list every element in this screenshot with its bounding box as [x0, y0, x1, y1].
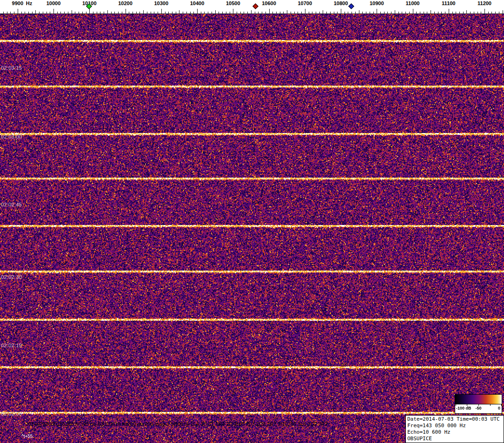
ruler-tick: [183, 12, 183, 13]
ruler-tick: [172, 12, 172, 13]
ruler-tick: [441, 12, 442, 13]
ruler-tick: [445, 12, 445, 13]
ruler-tick: [3, 12, 4, 13]
frequency-tick-label: 11000: [406, 0, 420, 6]
ruler-tick: [316, 12, 316, 13]
ruler-tick: [269, 9, 270, 13]
ruler-tick: [219, 12, 219, 13]
ruler-tick: [35, 10, 36, 13]
scale-label-row: -100 dB -50 0: [455, 404, 502, 413]
ruler-tick: [348, 12, 348, 13]
ruler-tick: [104, 12, 104, 13]
ruler-tick: [46, 12, 47, 13]
ruler-tick: [456, 12, 456, 13]
scale-mid-label: -50: [475, 406, 481, 410]
ruler-tick: [53, 9, 54, 13]
frequency-tick-label: 10700: [298, 0, 312, 6]
ruler-tick: [377, 9, 377, 13]
ruler-tick: [463, 12, 464, 13]
ruler-tick: [57, 12, 58, 13]
ruler-tick: [294, 12, 295, 13]
ruler-tick: [168, 12, 169, 13]
ruler-tick: [459, 12, 460, 13]
ruler-tick: [409, 12, 410, 13]
ruler-tick: [143, 10, 144, 13]
ruler-tick: [197, 9, 198, 13]
ruler-tick: [470, 12, 471, 13]
ruler-tick: [68, 12, 68, 13]
frequency-tick-label: 10200: [118, 0, 133, 6]
ruler-tick: [484, 9, 485, 13]
colormap-gradient-bar: [455, 395, 502, 404]
ruler-tick: [111, 12, 112, 13]
ruler-tick: [370, 12, 370, 13]
freq-marker-red[interactable]: [252, 3, 259, 9]
ruler-tick: [176, 12, 176, 13]
ruler-tick: [107, 10, 108, 13]
ruler-tick: [133, 12, 133, 13]
scale-tick: [467, 404, 467, 406]
ruler-tick: [21, 12, 22, 13]
ruler-tick: [337, 12, 338, 13]
ruler-tick: [255, 12, 255, 13]
ruler-tick: [204, 12, 205, 13]
ruler-tick: [7, 12, 7, 13]
ruler-tick: [380, 12, 381, 13]
ruler-tick: [100, 12, 100, 13]
info-echo-frequency: Echo=10 600 Hz: [407, 429, 502, 436]
ruler-tick: [305, 9, 305, 13]
scale-min-label: -100 dB: [456, 406, 471, 410]
scale-tick: [490, 404, 491, 406]
ruler-tick: [287, 10, 287, 13]
ruler-tick: [272, 12, 273, 13]
ruler-tick: [405, 12, 406, 13]
ruler-tick: [258, 12, 259, 13]
ruler-tick: [309, 12, 309, 13]
ruler-tick: [186, 12, 187, 13]
ruler-tick: [384, 12, 385, 13]
ruler-tick: [481, 12, 481, 13]
ruler-tick: [438, 12, 438, 13]
ruler-tick: [18, 9, 18, 13]
ruler-tick: [362, 12, 363, 13]
ruler-tick: [449, 9, 449, 13]
ruler-tick: [431, 10, 431, 13]
ruler-tick: [201, 12, 201, 13]
ruler-tick: [391, 12, 391, 13]
ruler-tick: [355, 12, 356, 13]
info-station-name: OBSUPICE: [407, 436, 502, 442]
frequency-tick-label: 10400: [190, 0, 205, 6]
ruler-tick: [345, 12, 345, 13]
ruler-tick: [398, 12, 399, 13]
frequency-tick-label: 9900: [12, 0, 23, 6]
ruler-tick: [434, 12, 435, 13]
freq-marker-blue[interactable]: [348, 3, 354, 9]
ruler-tick: [230, 12, 230, 13]
scale-tick: [478, 404, 479, 406]
frequency-ruler[interactable]: Hz 9900100001010010200103001040010500106…: [0, 0, 504, 14]
frequency-tick-label: 10500: [226, 0, 240, 6]
observation-info-box: Date=2014-07-03 Time=00:03 UTC Freq=143 …: [405, 415, 504, 443]
ruler-tick: [28, 12, 29, 13]
ruler-tick: [373, 12, 374, 13]
scale-max-label: 0: [498, 406, 500, 410]
ruler-tick: [64, 12, 65, 13]
ruler-tick: [129, 12, 129, 13]
ruler-tick: [161, 9, 162, 13]
frequency-tick-label: 11100: [442, 0, 455, 6]
ruler-tick: [118, 12, 119, 13]
ruler-tick: [190, 12, 191, 13]
ruler-tick: [351, 12, 352, 13]
ruler-tick: [466, 10, 467, 13]
ruler-tick: [413, 9, 413, 13]
intensity-scale: -100 dB -50 0: [455, 394, 502, 414]
frequency-tick-label: 10600: [262, 0, 276, 6]
ruler-tick: [477, 12, 478, 13]
ruler-tick: [416, 12, 417, 13]
spectrogram-waterfall[interactable]: [0, 14, 504, 443]
ruler-tick: [323, 10, 323, 13]
ruler-tick: [452, 12, 453, 13]
ruler-tick: [240, 12, 241, 13]
ruler-tick: [126, 9, 126, 13]
ruler-tick: [208, 12, 208, 13]
